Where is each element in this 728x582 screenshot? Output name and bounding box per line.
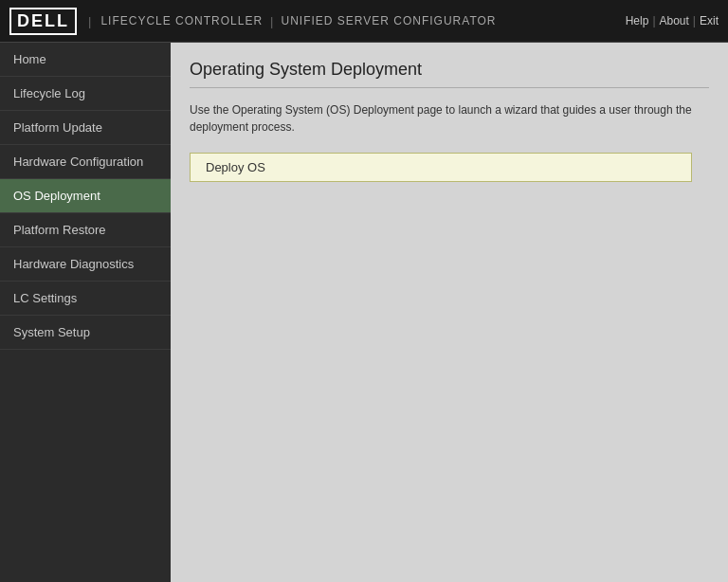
main-layout: HomeLifecycle LogPlatform UpdateHardware… (0, 43, 728, 582)
sidebar-item-lifecycle-log[interactable]: Lifecycle Log (0, 77, 171, 111)
header-divider1: | (88, 14, 91, 28)
sidebar-item-platform-restore[interactable]: Platform Restore (0, 213, 171, 247)
header-divider2: | (270, 14, 273, 28)
page-description: Use the Operating System (OS) Deployment… (190, 101, 709, 136)
sidebar-item-system-setup[interactable]: System Setup (0, 316, 171, 350)
exit-link[interactable]: Exit (700, 14, 719, 27)
sidebar-item-lc-settings[interactable]: LC Settings (0, 282, 171, 316)
sidebar-item-home[interactable]: Home (0, 43, 171, 77)
dell-logo: DELL (9, 8, 77, 35)
header-app-title1: LIFECYCLE CONTROLLER (100, 14, 263, 27)
sidebar-item-platform-update[interactable]: Platform Update (0, 111, 171, 145)
sidebar-item-os-deployment[interactable]: OS Deployment (0, 179, 171, 213)
sidebar-item-hardware-configuration[interactable]: Hardware Configuration (0, 145, 171, 179)
content-area: Operating System Deployment Use the Oper… (171, 43, 728, 582)
header-sep1: | (652, 14, 655, 27)
sidebar-item-hardware-diagnostics[interactable]: Hardware Diagnostics (0, 247, 171, 282)
header-links: Help | About | Exit (626, 14, 719, 27)
page-title: Operating System Deployment (190, 60, 709, 88)
sidebar: HomeLifecycle LogPlatform UpdateHardware… (0, 43, 171, 582)
deploy-os-button[interactable]: Deploy OS (190, 153, 692, 182)
header-sep2: | (693, 14, 696, 27)
about-link[interactable]: About (660, 14, 689, 27)
header: DELL | LIFECYCLE CONTROLLER | UNIFIED SE… (0, 0, 728, 43)
help-link[interactable]: Help (626, 14, 649, 27)
content-inner: Operating System Deployment Use the Oper… (171, 43, 728, 582)
header-app-title2: UNIFIED SERVER CONFIGURATOR (281, 14, 496, 27)
